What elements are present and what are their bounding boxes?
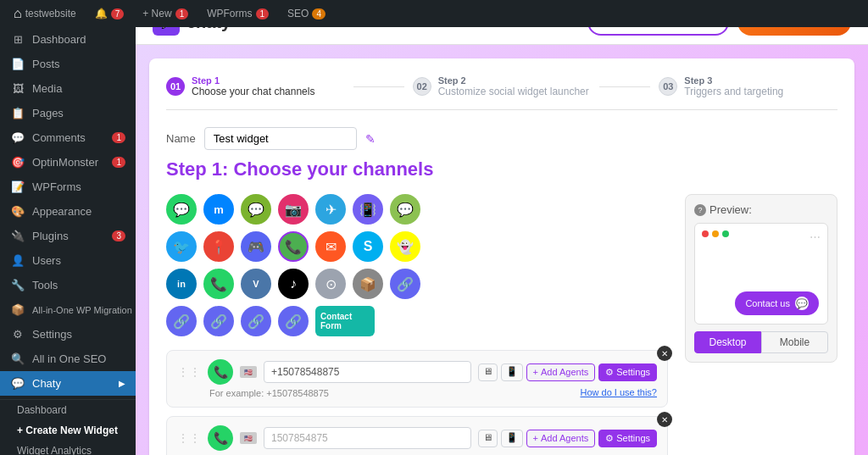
- chaty-submenu: Dashboard + Create New Widget Widget Ana…: [0, 399, 136, 455]
- channel-wechat[interactable]: 💬: [241, 194, 271, 225]
- channel-messenger[interactable]: m: [203, 194, 234, 225]
- step-divider-1: [353, 86, 404, 87]
- wizard-container: 01 Step 1 Choose your chat channels 02 S…: [149, 58, 854, 455]
- posts-icon: 📄: [10, 58, 25, 70]
- channel-vk[interactable]: V: [241, 269, 271, 299]
- sidebar-item-dashboard[interactable]: ⊞ Dashboard: [0, 27, 136, 52]
- channel-2-close-btn[interactable]: ✕: [657, 412, 672, 427]
- channel-instagram[interactable]: 📷: [278, 194, 309, 225]
- channel-telegram[interactable]: ✈: [315, 194, 346, 225]
- channel-1-mobile-icon[interactable]: 📱: [501, 363, 523, 381]
- admin-bar-site[interactable]: ⌂ testwebsite: [7, 0, 83, 27]
- channel-maps[interactable]: 📍: [203, 231, 234, 262]
- admin-bar-wpforms[interactable]: WPForms 1: [200, 0, 275, 27]
- step-1[interactable]: 01 Step 1 Choose your chat channels: [166, 75, 345, 97]
- channel-config-row-1: ✕ ⋮⋮ 📞 🇺🇸 🖥 📱 + Add Agent: [166, 350, 668, 408]
- chaty-main: 💬 chaty CREATE NEW WIDGET UPGRADE NOW ↑ …: [136, 0, 868, 455]
- channel-link4[interactable]: 🔗: [241, 306, 271, 336]
- left-side: 💬 m 💬 📷 ✈ 📳 💬 🐦 📍 🎮 📞 ✉ S: [166, 194, 668, 455]
- dot-green: [722, 230, 729, 237]
- preview-more-icon[interactable]: ⋯: [810, 230, 821, 243]
- appearance-icon: 🎨: [10, 205, 25, 218]
- channel-custom2[interactable]: 📦: [353, 269, 383, 299]
- channel-2-add-agents-btn[interactable]: + Add Agents: [526, 430, 596, 447]
- admin-bar-new[interactable]: + New 1: [136, 0, 195, 27]
- channel-2-mobile-icon[interactable]: 📱: [501, 430, 523, 447]
- admin-bar-notifications[interactable]: 🔔7: [88, 0, 131, 27]
- admin-bar-seo[interactable]: SEO 4: [281, 0, 332, 27]
- channel-contact-form[interactable]: Contact Form: [315, 306, 375, 336]
- channel-2-actions: 🖥 📱 + Add Agents ⚙ Settings: [478, 430, 657, 447]
- step-2[interactable]: 02 Step 2 Customize social widget launch…: [413, 75, 592, 97]
- sidebar-item-appearance[interactable]: 🎨 Appearance: [0, 199, 136, 224]
- desktop-tab[interactable]: Desktop: [694, 331, 761, 353]
- channel-discord[interactable]: 🎮: [241, 231, 271, 262]
- channel-link3[interactable]: 🔗: [203, 306, 234, 336]
- sidebar-item-tools[interactable]: 🔧 Tools: [0, 273, 136, 297]
- channel-1-add-agents-btn[interactable]: + Add Agents: [526, 363, 596, 381]
- sidebar-item-optinmonster[interactable]: 🎯 OptinMonster 1: [0, 150, 136, 175]
- sidebar-item-aio-migration[interactable]: 📦 All-in-One WP Migration: [0, 297, 136, 322]
- sidebar-item-plugins[interactable]: 🔌 Plugins 3: [0, 224, 136, 248]
- channel-custom1[interactable]: ⊙: [315, 269, 346, 299]
- settings-icon: ⚙: [10, 328, 25, 341]
- seo-icon: 🔍: [10, 352, 25, 365]
- channel-1-phone-input[interactable]: [264, 361, 471, 383]
- media-icon: 🖼: [10, 82, 25, 95]
- channel-email[interactable]: ✉: [315, 231, 346, 262]
- channel-2-flag[interactable]: 🇺🇸: [240, 432, 257, 444]
- sidebar-item-pages[interactable]: 📋 Pages: [0, 101, 136, 125]
- sidebar-item-posts[interactable]: 📄 Posts: [0, 52, 136, 76]
- channel-2-desktop-icon[interactable]: 🖥: [478, 430, 498, 447]
- step-3[interactable]: 03 Step 3 Triggers and targeting: [659, 75, 837, 97]
- sidebar-chaty-dashboard[interactable]: Dashboard: [0, 400, 136, 420]
- settings-gear-icon-2: ⚙: [605, 433, 614, 444]
- widget-name-input[interactable]: [204, 127, 357, 150]
- channel-link1[interactable]: 🔗: [390, 269, 420, 299]
- contact-btn-icon: 💬: [795, 297, 809, 310]
- sidebar-item-media[interactable]: 🖼 Media: [0, 76, 136, 101]
- drag-handle-2[interactable]: ⋮⋮: [177, 431, 201, 445]
- sidebar-chaty-analytics[interactable]: Widget Analytics: [0, 441, 136, 455]
- sidebar-chaty-create[interactable]: + Create New Widget: [0, 420, 136, 441]
- channel-whatsapp[interactable]: 💬: [166, 194, 197, 225]
- drag-handle-1[interactable]: ⋮⋮: [177, 365, 201, 379]
- channel-tiktok[interactable]: ♪: [278, 269, 309, 299]
- channel-1-close-btn[interactable]: ✕: [657, 346, 672, 361]
- steps-row: 01 Step 1 Choose your chat channels 02 S…: [166, 75, 837, 110]
- channel-1-settings-btn[interactable]: ⚙ Settings: [598, 363, 657, 381]
- channel-1-how-link[interactable]: How do I use this?: [581, 387, 658, 397]
- sidebar-item-users[interactable]: 👤 Users: [0, 248, 136, 273]
- step-2-text: Step 2 Customize social widget launcher: [438, 75, 589, 97]
- channel-2-settings-btn[interactable]: ⚙ Settings: [598, 430, 657, 447]
- mobile-tab[interactable]: Mobile: [761, 331, 828, 353]
- channel-whatsapp2[interactable]: 📞: [203, 269, 234, 299]
- channel-1-icon: 📞: [208, 359, 233, 385]
- channel-2-icon: 📞: [208, 425, 233, 451]
- preview-info-icon[interactable]: ?: [694, 204, 706, 216]
- channel-1-desktop-icon[interactable]: 🖥: [478, 363, 498, 381]
- wizard-scroll: 01 Step 1 Choose your chat channels 02 S…: [136, 45, 868, 455]
- channel-linkedin[interactable]: in: [166, 269, 197, 299]
- channel-signal[interactable]: 💬: [390, 194, 420, 225]
- edit-name-icon[interactable]: ✎: [365, 132, 376, 146]
- sidebar-item-wpforms[interactable]: 📝 WPForms: [0, 175, 136, 199]
- sidebar-item-comments[interactable]: 💬 Comments 1: [0, 125, 136, 150]
- channel-viber[interactable]: 📳: [353, 194, 383, 225]
- channel-link5[interactable]: 🔗: [278, 306, 309, 336]
- step-1-text: Step 1 Choose your chat channels: [192, 75, 314, 97]
- channel-link2[interactable]: 🔗: [166, 306, 197, 336]
- preview-dots: [702, 230, 821, 237]
- channel-1-flag[interactable]: 🇺🇸: [240, 366, 257, 378]
- channel-phone[interactable]: 📞: [278, 231, 309, 262]
- sidebar-item-settings[interactable]: ⚙ Settings: [0, 322, 136, 347]
- channel-2-phone-input[interactable]: [264, 427, 471, 449]
- sidebar-item-aio-seo[interactable]: 🔍 All in One SEO: [0, 347, 136, 371]
- optinmonster-icon: 🎯: [10, 156, 25, 169]
- channel-skype[interactable]: S: [353, 231, 383, 262]
- sidebar-item-chaty[interactable]: 💬 Chaty ▶: [0, 371, 136, 396]
- sidebar: ⊞ Dashboard 📄 Posts 🖼 Media 📋 Pages 💬 Co…: [0, 0, 136, 455]
- channel-twitter[interactable]: 🐦: [166, 231, 197, 262]
- channel-snapchat[interactable]: 👻: [390, 231, 420, 262]
- dot-yellow: [712, 230, 719, 237]
